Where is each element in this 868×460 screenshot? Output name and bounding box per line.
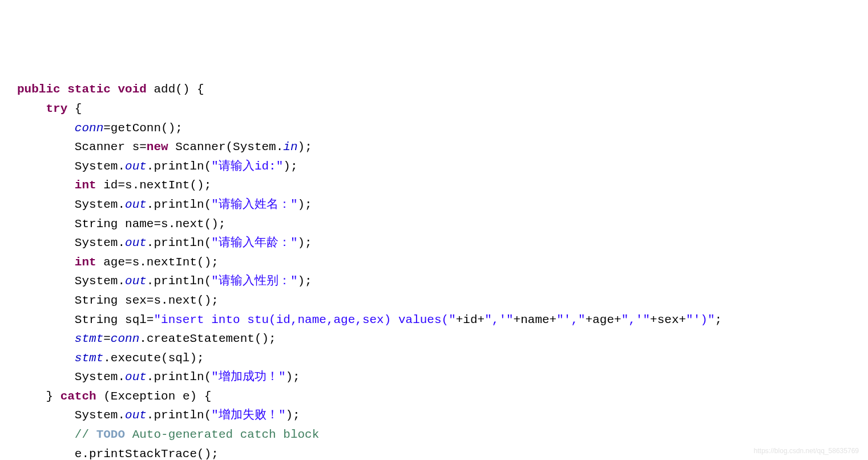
code-text: e.printStackTrace();: [75, 447, 219, 460]
code-text: System.: [75, 198, 125, 211]
code-text: .println(: [147, 236, 211, 249]
code-text: String sql=: [75, 313, 154, 326]
punct: {: [67, 102, 82, 115]
field-out: out: [125, 198, 147, 211]
code-line: try {: [17, 102, 82, 115]
code-text: String sex=s.next();: [75, 294, 219, 307]
keyword-int: int: [75, 256, 96, 269]
code-text: System.: [75, 370, 125, 384]
code-line: String sex=s.next();: [17, 294, 219, 307]
comment: //: [75, 428, 96, 441]
code-line: System.out.println("请输入年龄：");: [17, 236, 312, 249]
keyword-static: static: [67, 83, 111, 96]
code-text: .createStatement();: [139, 332, 276, 345]
code-text: System.: [75, 160, 125, 173]
code-text: +name+: [514, 313, 557, 326]
code-line: stmt.execute(sql);: [17, 352, 204, 365]
code-line: String sql="insert into stu(id,name,age,…: [17, 313, 722, 326]
field-out: out: [125, 370, 147, 384]
string-literal: ",'": [621, 313, 650, 326]
code-text: Scanner(System.: [168, 140, 284, 154]
comment: Auto-generated catch block: [125, 428, 319, 441]
watermark: https://blog.csdn.net/qq_58635769: [754, 446, 859, 457]
field-conn: conn: [111, 332, 139, 345]
code-block: public static void add() { try { conn=ge…: [17, 80, 868, 460]
punct: () {: [175, 83, 204, 96]
code-text: .println(: [147, 198, 211, 211]
code-line: System.out.println("请输入性别：");: [17, 275, 312, 288]
code-text: );: [283, 160, 297, 173]
field-out: out: [125, 275, 147, 288]
code-text: (Exception e) {: [96, 390, 212, 403]
code-line: public static void add() {: [17, 83, 204, 96]
code-line: Scanner s=new Scanner(System.in);: [17, 140, 312, 154]
code-text: .println(: [147, 275, 211, 288]
string-literal: ",'": [485, 313, 513, 326]
field-conn: conn: [75, 122, 103, 135]
code-text: =: [103, 332, 111, 345]
keyword-new: new: [147, 140, 168, 154]
code-text: +sex+: [650, 313, 686, 326]
code-text: System.: [75, 236, 125, 249]
code-text: );: [286, 370, 300, 384]
code-text: }: [46, 390, 60, 403]
string-literal: "请输入年龄：": [211, 236, 297, 249]
code-text: .println(: [147, 370, 211, 384]
field-in: in: [283, 140, 297, 154]
code-text: =getConn();: [103, 122, 183, 135]
code-line: } catch (Exception e) {: [17, 390, 211, 403]
code-line: conn=getConn();: [17, 122, 183, 135]
code-line: System.out.println("请输入姓名：");: [17, 198, 312, 211]
code-line: int id=s.nextInt();: [17, 179, 211, 192]
string-literal: "增加成功！": [211, 370, 285, 384]
code-line: String name=s.next();: [17, 217, 225, 231]
method-name: add: [154, 83, 176, 96]
keyword-int: int: [75, 179, 96, 192]
code-text: .println(: [147, 160, 211, 173]
code-line: System.out.println("增加失败！");: [17, 409, 300, 422]
code-text: +age+: [586, 313, 621, 326]
code-text: .println(: [147, 409, 211, 422]
string-literal: "增加失败！": [211, 409, 285, 422]
code-text: String name=s.next();: [75, 217, 226, 231]
field-stmt: stmt: [75, 332, 103, 345]
code-line: System.out.println("请输入id:");: [17, 160, 298, 173]
keyword-catch: catch: [60, 390, 96, 403]
code-text: );: [298, 140, 312, 154]
code-text: );: [298, 236, 312, 249]
string-literal: "请输入姓名：": [211, 198, 297, 211]
code-text: Scanner s=: [75, 140, 147, 154]
code-text: ;: [715, 313, 722, 326]
code-text: .execute(sql);: [103, 352, 204, 365]
code-line: System.out.println("增加成功！");: [17, 370, 300, 384]
code-line: int age=s.nextInt();: [17, 256, 219, 269]
keyword-void: void: [118, 83, 146, 96]
todo-tag: TODO: [96, 428, 125, 441]
string-literal: "请输入id:": [211, 160, 283, 173]
keyword-public: public: [17, 83, 60, 96]
string-literal: "insert into stu(id,name,age,sex) values…: [154, 313, 455, 326]
field-out: out: [125, 236, 147, 249]
code-text: +id+: [456, 313, 485, 326]
string-literal: "',": [556, 313, 585, 326]
code-text: );: [298, 275, 312, 288]
keyword-try: try: [46, 102, 67, 115]
code-text: System.: [75, 275, 125, 288]
code-text: );: [286, 409, 300, 422]
string-literal: "请输入性别：": [211, 275, 297, 288]
code-text: age=s.nextInt();: [96, 256, 219, 269]
code-line: e.printStackTrace();: [17, 447, 219, 460]
code-line: // TODO Auto-generated catch block: [17, 428, 319, 441]
string-literal: "')": [686, 313, 714, 326]
code-text: id=s.nextInt();: [96, 179, 212, 192]
field-out: out: [125, 409, 147, 422]
code-text: );: [298, 198, 312, 211]
code-line: stmt=conn.createStatement();: [17, 332, 276, 345]
code-text: System.: [75, 409, 125, 422]
field-out: out: [125, 160, 147, 173]
field-stmt: stmt: [75, 352, 103, 365]
